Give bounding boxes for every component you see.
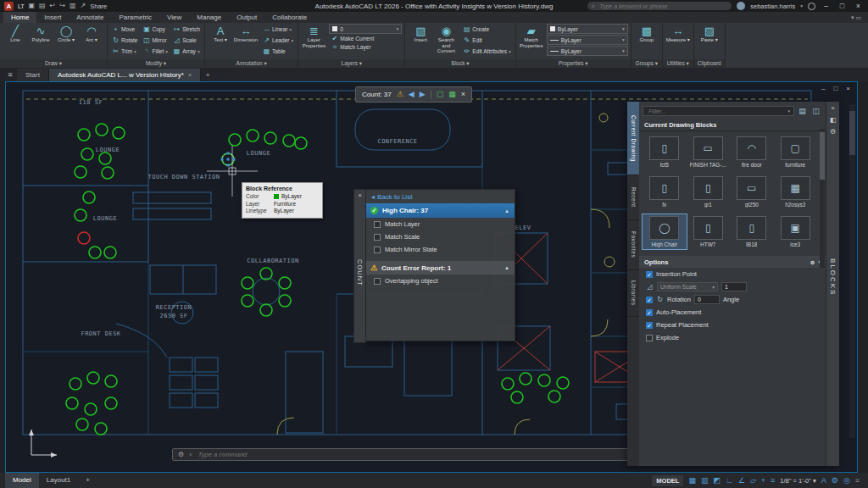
options-gear-icon[interactable]: ⚙ [810,259,815,265]
chair-block[interactable] [85,403,97,415]
doc-minimize-icon[interactable]: – [821,85,825,92]
block-cell-gr1[interactable]: ▯gr1 [687,175,731,209]
chair-block[interactable] [99,152,111,164]
chair-block[interactable] [105,397,117,409]
grid-icon[interactable]: ▦ [688,473,696,488]
grip-handle[interactable] [227,158,230,161]
chair-block[interactable] [78,129,90,141]
chair-block[interactable] [76,419,88,430]
chair-block[interactable] [95,423,107,435]
ribbon-tab-home[interactable]: Home [3,12,36,23]
button-line[interactable]: ╱Line [3,24,28,43]
count-error-header[interactable]: ⚠ Count Error Report: 1 ▲ [365,261,515,274]
button-leader[interactable]: ↗Leader▾ [261,35,295,46]
option-rotation[interactable]: ✓↻RotationAngle [639,293,826,306]
chair-block[interactable] [87,372,99,384]
chair-block[interactable] [283,135,295,147]
button-match-properties[interactable]: ▰Match Properties [519,24,544,48]
ribbon-tab-parametric[interactable]: Parametric [111,12,159,23]
chair-block[interactable] [511,391,523,403]
share-label[interactable]: Share [90,3,107,10]
button-table[interactable]: ▦Table [261,46,295,57]
block-cell-fx[interactable]: ▯fx [643,175,687,209]
uniform-scale-combo[interactable]: Uniform Scale▾ [657,282,718,291]
doc-tab-autodesk-autocad-l-w-version-history[interactable]: Autodesk AutoCAD L... w Version History*… [49,69,201,81]
chair-block[interactable] [75,209,86,221]
checkbox[interactable] [374,247,381,253]
panel-title-layers[interactable]: Layers ▾ [298,59,404,68]
layout-tab-[interactable]: + [78,473,97,488]
block-cell-ib18[interactable]: ▯IB18 [730,214,774,249]
palette-tab-current-drawing[interactable]: Current Drawing [627,102,639,175]
check-row-match-scale[interactable]: Match Scale [365,230,515,243]
palette-close-icon[interactable]: × [831,104,835,112]
search-input[interactable] [598,3,727,10]
palette-tab-libraries[interactable]: Libraries [627,270,639,317]
view-options-icon[interactable]: ◫ [810,107,821,115]
count-item-header[interactable]: ✓ High Chair: 37 ▲ [365,203,515,218]
new-doc-tab-button[interactable]: + [201,69,214,81]
button-polyline[interactable]: ∿Polyline [28,24,53,43]
panel-title-clipboard[interactable]: Clipboard [694,59,725,68]
infer-icon[interactable]: ◩ [713,473,721,488]
back-to-list-link[interactable]: ◂ Back to List [365,190,515,203]
check-row-match-mirror-state[interactable]: Match Mirror State [365,243,515,256]
command-customize-icon[interactable]: ⚙ [178,451,184,458]
option-explode[interactable]: Explode [639,331,826,344]
polar-icon[interactable]: ∠ [738,473,745,488]
button-match-layer[interactable]: ≈Match Layer [329,43,402,51]
print-icon[interactable]: ▥ [70,0,76,12]
command-line[interactable]: ⚙ › [172,448,694,461]
undo-icon[interactable]: ↩ [50,0,56,12]
button-trim[interactable]: ✂Trim▾ [110,46,139,57]
grip-handle[interactable] [233,158,236,161]
button-circle[interactable]: ◯Circle ▾ [53,24,79,43]
property-combo-0[interactable]: ByLayer▾ [547,24,628,34]
save-icon[interactable]: ▣ [28,0,35,12]
chair-block[interactable] [83,191,95,203]
panel-title-groups[interactable]: Groups ▾ [632,59,662,68]
panel-title-draw[interactable]: Draw ▾ [0,59,107,68]
button-fillet[interactable]: ◝Fillet▾ [141,46,170,57]
chair-block[interactable] [520,373,531,385]
chair-block[interactable] [557,377,569,389]
button-layer-properties[interactable]: ≣Layer Properties [301,24,326,48]
palette-properties-icon[interactable]: ⚙ [830,128,836,136]
chair-block[interactable] [70,378,81,390]
doc-close-icon[interactable]: × [846,85,850,92]
chair-block[interactable] [548,391,560,402]
filter-box[interactable]: ▾ [643,106,794,116]
maximize-button[interactable]: □ [837,0,848,12]
property-combo-2[interactable]: ByLayer▾ [547,46,628,56]
open-icon[interactable]: ▤ [39,0,46,12]
palette-scrollbar[interactable] [820,129,825,268]
layer-combo[interactable]: 0▾ [329,24,402,34]
notification-bell-icon[interactable] [808,3,815,10]
option-auto-placement[interactable]: ✓Auto-Placement [639,306,826,319]
collapse-chevron-icon[interactable]: ▲ [504,208,509,214]
ribbon-tab-annotate[interactable]: Annotate [69,12,111,23]
command-input[interactable] [197,450,688,459]
annotation-scale-button[interactable]: 1/8" = 1'-0" ▾ [780,477,815,485]
button-measure[interactable]: ↔Measure ▾ [665,24,691,43]
chair-block[interactable] [105,375,117,387]
annotation-icon[interactable]: A [821,473,826,488]
panel-title-block[interactable]: Block ▾ [405,59,515,68]
palette-tab-recent[interactable]: Recent [627,175,639,220]
chair-block[interactable] [81,148,93,160]
checkbox[interactable]: ✓ [646,309,653,316]
chair-block[interactable] [264,132,276,144]
chair-block[interactable] [242,295,253,307]
block-cell-finish-tag[interactable]: ▭FINISH TAG-... [687,135,731,169]
zoom-selection-icon[interactable]: ▢ [437,87,444,102]
block-cell-fire-door[interactable]: ◠fire door [730,135,774,169]
button-edit[interactable]: ✎Edit [461,35,512,46]
chair-block[interactable] [295,137,307,149]
layout-tab-model[interactable]: Model [5,473,39,488]
palette-scrollbar-handle[interactable] [820,132,825,180]
checkbox[interactable] [374,278,381,285]
property-combo-1[interactable]: ByLayer▾ [547,35,628,45]
button-create[interactable]: ▤Create [461,24,512,35]
button-arc[interactable]: ◠Arc ▾ [79,24,104,43]
grip-handle[interactable] [221,158,224,161]
